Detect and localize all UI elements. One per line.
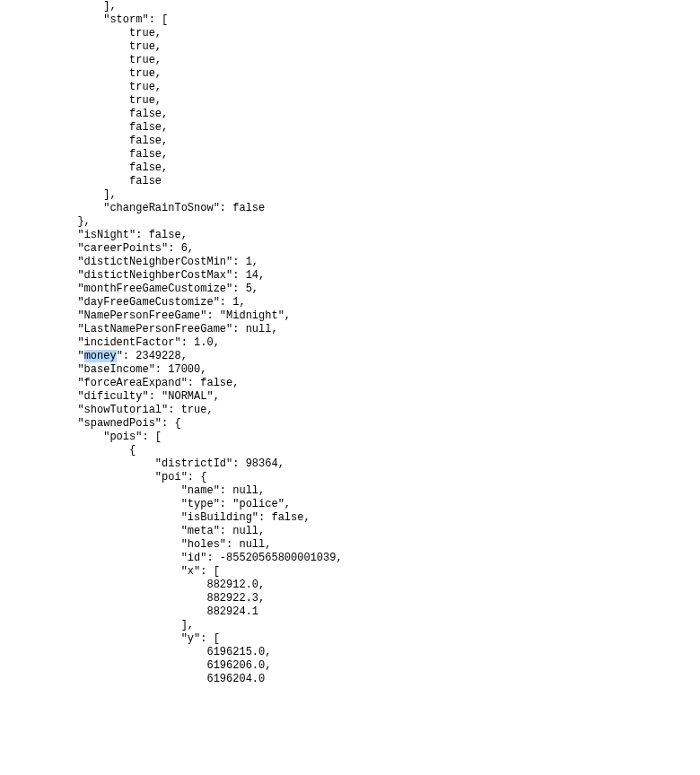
code-line[interactable]: "money": 2349228, [0, 350, 188, 362]
code-line[interactable]: "incidentFactor": 1.0, [0, 336, 220, 349]
code-line[interactable]: true, [0, 67, 162, 80]
code-line[interactable]: "pois": [ [0, 431, 162, 443]
code-line[interactable]: 882924.1 [0, 605, 258, 618]
code-line[interactable]: 882922.3, [0, 592, 265, 605]
code-line[interactable]: "y": [ [0, 632, 220, 645]
code-line[interactable]: "dificulty": "NORMAL", [0, 390, 220, 403]
code-line[interactable]: "isBuilding": false, [0, 511, 311, 524]
code-line[interactable]: false [0, 175, 162, 187]
json-code-block[interactable]: ], "storm": [ true, true, true, true, tr… [0, 0, 700, 686]
code-line[interactable]: false, [0, 135, 168, 147]
code-line[interactable]: 6196204.0 [0, 673, 265, 685]
code-line[interactable]: false, [0, 108, 168, 120]
code-line[interactable]: "poi": { [0, 471, 206, 483]
code-line[interactable]: "careerPoints": 6, [0, 242, 194, 255]
code-line[interactable]: "monthFreeGameCustomize": 5, [0, 283, 258, 295]
code-line[interactable]: true, [0, 81, 162, 93]
code-line[interactable]: }, [0, 215, 91, 228]
code-line[interactable]: "showTutorial": true, [0, 404, 214, 416]
code-line[interactable]: ], [0, 188, 117, 201]
code-line[interactable]: ], [0, 0, 117, 13]
code-line[interactable]: true, [0, 54, 162, 66]
code-line[interactable]: 6196206.0, [0, 659, 271, 672]
code-line[interactable]: "forceAreaExpand": false, [0, 377, 239, 389]
code-line[interactable]: "x": [ [0, 565, 220, 578]
code-line[interactable]: "baseIncome": 17000, [0, 363, 206, 376]
code-line[interactable]: ], [0, 619, 194, 631]
code-line[interactable]: "spawnedPois": { [0, 417, 181, 430]
code-line[interactable]: true, [0, 94, 162, 107]
code-line[interactable]: "distictNeighberCostMax": 14, [0, 269, 265, 282]
code-line[interactable]: 882912.0, [0, 579, 265, 591]
code-line[interactable]: false, [0, 148, 168, 161]
code-line[interactable]: false, [0, 161, 168, 174]
code-line[interactable]: "dayFreeGameCustomize": 1, [0, 296, 246, 309]
code-line[interactable]: "distictNeighberCostMin": 1, [0, 256, 258, 268]
code-line[interactable]: "holes": null, [0, 538, 271, 551]
code-line[interactable]: "name": null, [0, 484, 265, 497]
code-line[interactable]: "isNight": false, [0, 229, 188, 241]
code-line[interactable]: "storm": [ [0, 13, 168, 26]
code-line[interactable]: false, [0, 121, 168, 134]
code-line[interactable]: "LastNamePersonFreeGame": null, [0, 323, 278, 335]
highlighted-key: money [84, 350, 117, 362]
code-line[interactable]: "meta": null, [0, 525, 265, 537]
code-line[interactable]: "NamePersonFreeGame": "Midnight", [0, 309, 291, 322]
code-line[interactable]: "type": "police", [0, 498, 291, 510]
code-line[interactable]: "districtId": 98364, [0, 457, 284, 470]
code-line[interactable]: { [0, 444, 136, 457]
code-line[interactable]: 6196215.0, [0, 646, 271, 658]
code-line[interactable]: "changeRainToSnow": false [0, 202, 265, 214]
code-line[interactable]: "id": -85520565800001039, [0, 552, 343, 564]
code-line[interactable]: true, [0, 27, 162, 39]
code-line[interactable]: true, [0, 40, 162, 53]
